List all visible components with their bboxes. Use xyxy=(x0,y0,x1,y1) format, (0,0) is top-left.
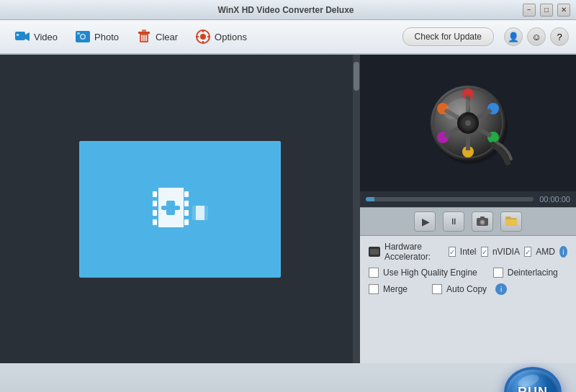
svg-rect-33 xyxy=(192,206,196,220)
clear-label: Clear xyxy=(156,32,178,42)
camera-icon xyxy=(477,216,488,228)
left-panel-scrollbar[interactable] xyxy=(353,55,360,363)
svg-rect-26 xyxy=(184,191,189,197)
maximize-button[interactable]: □ xyxy=(540,4,553,17)
run-label: RUN xyxy=(518,385,548,393)
minimize-button[interactable]: − xyxy=(523,4,536,17)
close-button[interactable]: ✕ xyxy=(557,4,570,17)
photo-icon xyxy=(75,29,91,45)
time-display: 00:00:00 xyxy=(539,195,570,204)
intel-checkbox[interactable] xyxy=(449,247,456,257)
play-icon: ▶ xyxy=(422,216,430,227)
svg-point-14 xyxy=(200,34,206,40)
add-video-icon xyxy=(148,181,212,238)
folder-icon xyxy=(505,216,517,228)
window-controls: − □ ✕ xyxy=(523,4,570,17)
svg-rect-2 xyxy=(17,34,19,36)
hw-info-button[interactable]: i xyxy=(559,246,567,257)
auto-copy-info-button[interactable]: i xyxy=(495,283,507,295)
high-quality-checkbox[interactable] xyxy=(369,268,379,278)
help-icon[interactable]: ? xyxy=(550,27,569,46)
check-update-button[interactable]: Check for Update xyxy=(402,27,494,46)
options-button[interactable]: Options xyxy=(188,24,254,49)
video-button[interactable]: Video xyxy=(7,24,65,49)
merge-row: Merge Auto Copy i xyxy=(369,283,567,295)
user-icons: 👤 ☺ ? xyxy=(504,27,569,46)
options-icon xyxy=(195,29,211,45)
clear-button[interactable]: Clear xyxy=(129,24,185,49)
main-content: 00:00:00 ▶ ⏸ xyxy=(0,55,576,363)
nvidia-checkbox[interactable] xyxy=(481,247,488,257)
svg-rect-24 xyxy=(153,210,157,216)
svg-rect-9 xyxy=(142,29,146,32)
run-area: RUN xyxy=(0,363,576,392)
trash-icon xyxy=(136,29,152,45)
run-button[interactable]: RUN xyxy=(504,367,562,392)
nvidia-label: nVIDIA xyxy=(492,247,520,257)
options-label: Options xyxy=(215,32,247,42)
check-update-label: Check for Update xyxy=(415,32,482,42)
svg-rect-22 xyxy=(153,191,157,197)
merge-checkbox[interactable] xyxy=(369,284,379,294)
progress-bar-container: 00:00:00 xyxy=(360,191,576,207)
pause-button[interactable]: ⏸ xyxy=(443,211,464,232)
scrollbar-thumb xyxy=(354,62,359,91)
play-button[interactable]: ▶ xyxy=(414,211,436,232)
quality-row: Use High Quality Engine Deinterlacing xyxy=(369,268,567,278)
svg-rect-57 xyxy=(480,216,485,219)
amd-checkbox[interactable] xyxy=(524,247,531,257)
svg-rect-31 xyxy=(161,206,180,210)
folder-button[interactable] xyxy=(500,211,522,232)
left-panel xyxy=(0,55,360,363)
svg-rect-29 xyxy=(184,219,189,225)
toolbar: Video Photo Clear xyxy=(0,20,576,55)
merge-label: Merge xyxy=(383,284,408,294)
smiley-icon[interactable]: ☺ xyxy=(527,27,546,46)
svg-rect-59 xyxy=(370,249,379,255)
svg-point-5 xyxy=(81,35,85,39)
photo-button[interactable]: Photo xyxy=(68,24,126,49)
intel-label: Intel xyxy=(460,247,477,257)
deinterlacing-checkbox[interactable] xyxy=(493,268,503,278)
photo-label: Photo xyxy=(94,32,119,42)
playback-controls: ▶ ⏸ xyxy=(360,207,576,236)
svg-point-52 xyxy=(465,120,471,126)
svg-rect-34 xyxy=(204,206,208,220)
hw-label: Hardware Accelerator: xyxy=(384,242,444,262)
film-reel-image xyxy=(421,76,515,170)
hw-icon xyxy=(369,247,380,257)
video-icon xyxy=(14,29,30,45)
user-icon[interactable]: 👤 xyxy=(504,27,523,46)
svg-rect-27 xyxy=(184,201,189,206)
preview-area xyxy=(360,55,576,191)
svg-rect-8 xyxy=(138,32,150,34)
auto-copy-label: Auto Copy xyxy=(446,284,487,294)
auto-copy-checkbox[interactable] xyxy=(432,284,442,294)
hw-accelerator-row: Hardware Accelerator: Intel nVIDIA AMD i xyxy=(369,242,567,262)
window-title: WinX HD Video Converter Deluxe xyxy=(49,5,523,15)
right-panel: 00:00:00 ▶ ⏸ xyxy=(360,55,576,363)
svg-rect-23 xyxy=(153,201,157,206)
high-quality-label: Use High Quality Engine xyxy=(383,268,477,278)
svg-rect-6 xyxy=(77,32,80,35)
svg-marker-1 xyxy=(25,32,30,41)
title-bar: WinX HD Video Converter Deluxe − □ ✕ xyxy=(0,0,576,20)
progress-fill xyxy=(366,197,374,201)
svg-rect-25 xyxy=(153,219,157,225)
svg-point-56 xyxy=(481,221,484,224)
pause-icon: ⏸ xyxy=(449,216,458,227)
svg-rect-28 xyxy=(184,210,189,216)
amd-label: AMD xyxy=(536,247,555,257)
progress-bar[interactable] xyxy=(366,197,534,201)
video-label: Video xyxy=(34,32,58,42)
options-area: Hardware Accelerator: Intel nVIDIA AMD i… xyxy=(360,236,576,363)
video-drop-area[interactable] xyxy=(79,141,281,278)
deinterlacing-label: Deinterlacing xyxy=(508,268,558,278)
snapshot-button[interactable] xyxy=(472,211,493,232)
